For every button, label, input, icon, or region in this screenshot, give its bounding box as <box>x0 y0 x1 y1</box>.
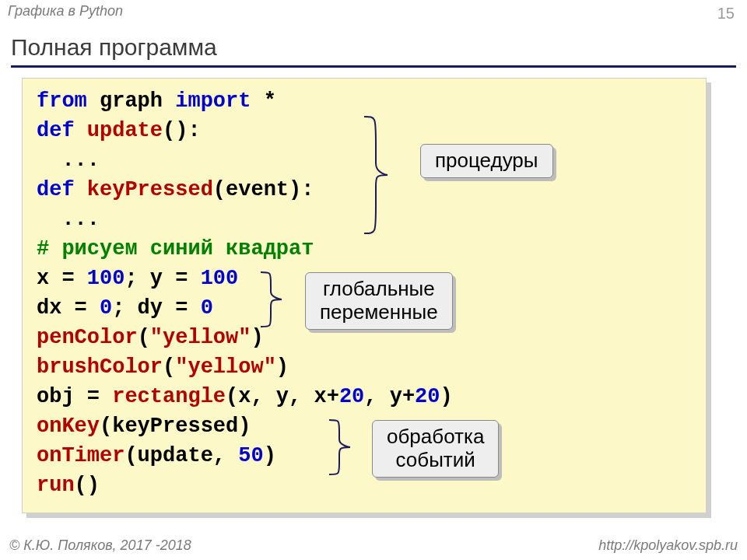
divider <box>11 65 736 68</box>
callout-globals: глобальные переменные <box>305 272 453 330</box>
page-number: 15 <box>717 5 735 23</box>
footer-url: http://kpolyakov.spb.ru <box>598 537 738 554</box>
footer-copyright: © К.Ю. Поляков, 2017 -2018 <box>9 537 191 554</box>
slide-title: Полная программа <box>11 34 217 61</box>
slide-topic: Графика в Python <box>8 3 123 19</box>
callout-events: обработка событий <box>372 420 499 478</box>
callout-procedures: процедуры <box>420 144 553 178</box>
